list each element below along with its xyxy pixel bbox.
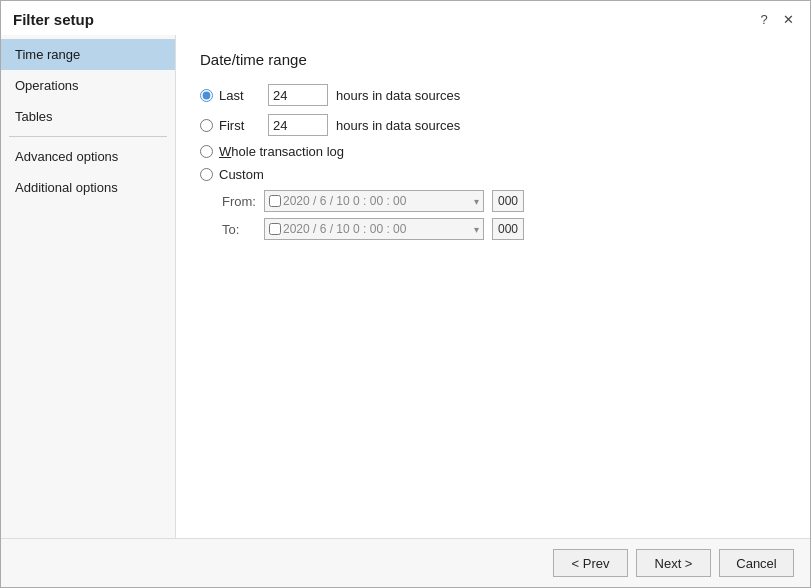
dialog-title: Filter setup [13, 11, 94, 28]
to-label: To: [222, 222, 256, 237]
custom-option-row: Custom [200, 167, 786, 182]
first-hours-suffix: hours in data sources [336, 118, 460, 133]
next-button[interactable]: Next > [636, 549, 711, 577]
custom-radio[interactable] [200, 168, 213, 181]
prev-button[interactable]: < Prev [553, 549, 628, 577]
to-datetime-text: 2020 / 6 / 10 0 : 00 : 00 [283, 222, 472, 236]
sidebar-item-operations[interactable]: Operations [1, 70, 175, 101]
whole-radio-label[interactable]: Whole transaction log [200, 144, 344, 159]
last-radio[interactable] [200, 89, 213, 102]
cancel-button[interactable]: Cancel [719, 549, 794, 577]
from-datetime-text: 2020 / 6 / 10 0 : 00 : 00 [283, 194, 472, 208]
from-row: From: 2020 / 6 / 10 0 : 00 : 00 ▾ 000 [222, 190, 786, 212]
sidebar: Time range Operations Tables Advanced op… [1, 35, 176, 538]
first-radio[interactable] [200, 119, 213, 132]
to-datetime-checkbox[interactable] [269, 223, 281, 235]
first-option-row: First hours in data sources [200, 114, 786, 136]
last-option-row: Last hours in data sources [200, 84, 786, 106]
title-bar-buttons: ? ✕ [754, 9, 798, 29]
last-hours-suffix: hours in data sources [336, 88, 460, 103]
from-datetime-checkbox[interactable] [269, 195, 281, 207]
last-radio-label[interactable]: Last [200, 88, 260, 103]
title-bar: Filter setup ? ✕ [1, 1, 810, 35]
first-radio-label[interactable]: First [200, 118, 260, 133]
filter-setup-dialog: Filter setup ? ✕ Time range Operations T… [0, 0, 811, 588]
to-datetime-field[interactable]: 2020 / 6 / 10 0 : 00 : 00 ▾ [264, 218, 484, 240]
custom-section: From: 2020 / 6 / 10 0 : 00 : 00 ▾ 000 To… [222, 190, 786, 240]
content-title: Date/time range [200, 51, 786, 68]
to-row: To: 2020 / 6 / 10 0 : 00 : 00 ▾ 000 [222, 218, 786, 240]
from-datetime-field[interactable]: 2020 / 6 / 10 0 : 00 : 00 ▾ [264, 190, 484, 212]
sidebar-divider [9, 136, 167, 137]
first-hours-input[interactable] [268, 114, 328, 136]
sidebar-item-advanced-options[interactable]: Advanced options [1, 141, 175, 172]
content-area: Date/time range Last hours in data sourc… [176, 35, 810, 538]
help-button[interactable]: ? [754, 9, 774, 29]
from-000-button[interactable]: 000 [492, 190, 524, 212]
to-000-button[interactable]: 000 [492, 218, 524, 240]
to-dropdown-arrow-icon[interactable]: ▾ [474, 224, 479, 235]
from-dropdown-arrow-icon[interactable]: ▾ [474, 196, 479, 207]
last-hours-input[interactable] [268, 84, 328, 106]
dialog-footer: < Prev Next > Cancel [1, 538, 810, 587]
sidebar-item-tables[interactable]: Tables [1, 101, 175, 132]
whole-radio[interactable] [200, 145, 213, 158]
dialog-body: Time range Operations Tables Advanced op… [1, 35, 810, 538]
close-button[interactable]: ✕ [778, 9, 798, 29]
whole-option-row: Whole transaction log [200, 144, 786, 159]
from-label: From: [222, 194, 256, 209]
sidebar-item-time-range[interactable]: Time range [1, 39, 175, 70]
sidebar-item-additional-options[interactable]: Additional options [1, 172, 175, 203]
custom-radio-label[interactable]: Custom [200, 167, 264, 182]
